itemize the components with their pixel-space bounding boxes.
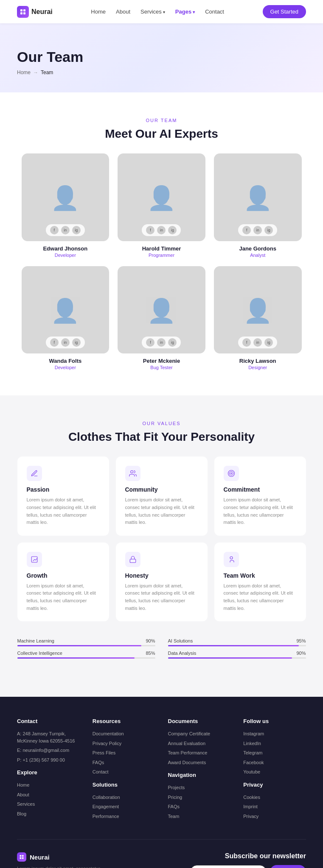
footer-follow-0[interactable]: Instagram [243, 730, 306, 737]
newsletter-email-input[interactable] [190, 865, 267, 868]
footer-follow-2[interactable]: Telegram [243, 749, 306, 757]
footer-privacy-2[interactable]: Privacy [243, 813, 306, 820]
footer-nav-3[interactable]: Team [168, 813, 231, 820]
svg-point-4 [228, 470, 234, 477]
footer-explore-blog[interactable]: Blog [17, 810, 80, 818]
skill-fill-ai [168, 645, 299, 646]
breadcrumb-home[interactable]: Home [17, 70, 31, 75]
facebook-icon-0[interactable]: f [50, 226, 59, 234]
instagram-icon-0[interactable]: ig [72, 226, 81, 234]
team-member-name-0: Edward Jhonson [22, 245, 110, 252]
footer-solutions-heading: Solutions [93, 782, 155, 788]
skill-fill-ci [17, 657, 135, 659]
breadcrumb: Home → Team [17, 70, 306, 75]
nav-pages[interactable]: Pages [175, 8, 195, 15]
team-card-5: 👤 f in ig Ricky Lawson Designer [214, 266, 302, 370]
skill-fill-da [168, 657, 292, 659]
footer-docs-0[interactable]: Company Certificate [168, 730, 231, 737]
footer-solutions-1[interactable]: Engagement [93, 803, 155, 810]
footer-follow-4[interactable]: Youtube [243, 768, 306, 776]
nav-about[interactable]: About [116, 8, 130, 15]
facebook-icon-3[interactable]: f [50, 338, 59, 347]
footer-docs-2[interactable]: Team Performance [168, 749, 231, 757]
team-member-role-2: Analyst [214, 253, 302, 258]
nav-services[interactable]: Services [140, 8, 165, 15]
footer-nav-1[interactable]: Pricing [168, 794, 231, 801]
footer-resources-3[interactable]: FAQs [93, 759, 155, 766]
nav-home[interactable]: Home [91, 8, 106, 15]
footer-docs-3[interactable]: Award Documents [168, 759, 231, 766]
footer-resources-2[interactable]: Press Files [93, 749, 155, 757]
footer-nav-0[interactable]: Projects [168, 784, 231, 791]
footer-explore-home[interactable]: Home [17, 782, 80, 789]
footer-brand: Neurai Lorem ipsum dolor sit amet, conse… [17, 852, 110, 868]
social-bar-0: f in ig [46, 224, 85, 236]
values-section: OUR VALUES Clothes That Fit Your Persona… [0, 395, 323, 697]
instagram-icon-2[interactable]: ig [264, 226, 273, 234]
footer-solutions-0[interactable]: Collaboration [93, 794, 155, 801]
instagram-icon-4[interactable]: ig [168, 338, 177, 347]
value-desc-growth: Lorem ipsum dolor sit amet, consec tetur… [27, 582, 100, 612]
skill-track-ml [17, 645, 155, 646]
linkedin-icon-2[interactable]: in [253, 226, 262, 234]
footer-contact-heading: Contact [17, 718, 80, 724]
footer-privacy-0[interactable]: Cookies [243, 794, 306, 801]
svg-rect-8 [130, 559, 136, 562]
facebook-icon-2[interactable]: f [242, 226, 251, 234]
footer-explore-heading: Explore [17, 769, 80, 776]
footer-privacy-1[interactable]: Imprint [243, 803, 306, 810]
team-card-img-5: 👤 f in ig [214, 266, 302, 354]
team-member-name-1: Harold Timmer [118, 245, 205, 252]
team-member-role-0: Developer [22, 253, 110, 258]
get-started-button[interactable]: Get Started [263, 5, 306, 18]
svg-rect-2 [20, 12, 22, 14]
instagram-icon-3[interactable]: ig [72, 338, 81, 347]
newsletter-subscribe-button[interactable]: Subscribe [270, 865, 306, 868]
team-section-label: OUR TEAM [17, 118, 306, 123]
footer-solutions-2[interactable]: Performance [93, 813, 155, 820]
skill-pct-ml: 90% [146, 638, 155, 643]
hero-banner: Our Team Home → Team [0, 23, 323, 92]
footer-documents: Documents Company Certificate Annual Eva… [168, 718, 231, 822]
value-title-passion: Passion [27, 486, 100, 493]
footer-follow-3[interactable]: Facebook [243, 759, 306, 766]
footer-explore-services[interactable]: Services [17, 801, 80, 808]
instagram-icon-1[interactable]: ig [168, 226, 177, 234]
facebook-icon-5[interactable]: f [242, 338, 251, 347]
newsletter-form: Subscribe [190, 865, 306, 868]
instagram-icon-5[interactable]: ig [264, 338, 273, 347]
team-card-2: 👤 f in ig Jane Gordons Analyst [214, 153, 302, 258]
nav-links: Home About Services Pages Contact [91, 8, 224, 15]
value-desc-passion: Lorem ipsum dolor sit amet, consec tetur… [27, 496, 100, 526]
team-grid: 👤 f in ig Edward Jhonson Developer 👤 f i… [22, 153, 302, 370]
linkedin-icon-5[interactable]: in [253, 338, 262, 347]
newsletter: Subscribe our newsletter Subscribe [190, 852, 306, 868]
skill-da: Data Analysis 90% [168, 651, 306, 659]
linkedin-icon-1[interactable]: in [157, 226, 166, 234]
facebook-icon-4[interactable]: f [146, 338, 154, 347]
nav-contact[interactable]: Contact [205, 8, 224, 15]
linkedin-icon-0[interactable]: in [61, 226, 70, 234]
footer-resources-4[interactable]: Contact [93, 768, 155, 776]
skill-pct-da: 90% [296, 651, 306, 656]
navbar: Neurai Home About Services Pages Contact… [0, 0, 323, 23]
team-card-img-0: 👤 f in ig [22, 153, 110, 241]
skill-track-ai [168, 645, 306, 646]
linkedin-icon-3[interactable]: in [61, 338, 70, 347]
footer-follow-1[interactable]: LinkedIn [243, 740, 306, 747]
footer-resources-0[interactable]: Documentation [93, 730, 155, 737]
team-member-role-5: Designer [214, 365, 302, 370]
social-bar-1: f in ig [142, 224, 181, 236]
footer-explore-about[interactable]: About [17, 791, 80, 798]
logo[interactable]: Neurai [17, 6, 53, 18]
footer-docs-1[interactable]: Annual Evaluation [168, 740, 231, 747]
skill-track-da [168, 657, 306, 659]
value-title-growth: Growth [27, 572, 100, 579]
linkedin-icon-4[interactable]: in [157, 338, 166, 347]
footer-nav-2[interactable]: FAQs [168, 803, 231, 810]
team-section-title: Meet Our AI Experts [17, 127, 306, 141]
team-member-name-3: Wanda Folts [22, 358, 110, 364]
svg-rect-1 [23, 9, 25, 11]
footer-resources-1[interactable]: Privacy Policy [93, 740, 155, 747]
facebook-icon-1[interactable]: f [146, 226, 154, 234]
